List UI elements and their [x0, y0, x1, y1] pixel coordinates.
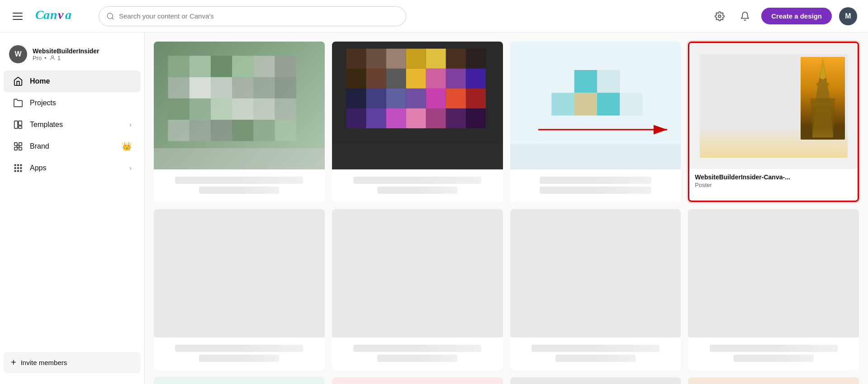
card-label-3 — [510, 169, 681, 202]
design-card-2[interactable] — [332, 42, 503, 202]
templates-chevron-icon: › — [129, 121, 132, 128]
menu-button[interactable] — [11, 11, 24, 22]
pixel-art-peach — [688, 377, 859, 384]
pixel-art-dark — [332, 42, 503, 169]
svg-rect-54 — [406, 49, 426, 69]
sidebar-item-projects[interactable]: Projects — [4, 92, 141, 114]
card-thumbnail-8 — [688, 209, 859, 337]
svg-rect-79 — [332, 144, 503, 170]
design-card-10[interactable] — [332, 377, 503, 384]
svg-rect-73 — [366, 108, 386, 128]
projects-icon — [13, 98, 24, 108]
card-thumbnail-10 — [332, 377, 503, 384]
card-title-4: WebsiteBuilderInsider-Canva-... — [695, 173, 852, 181]
brand-icon — [13, 141, 24, 152]
svg-rect-85 — [620, 93, 642, 115]
search-icon — [106, 12, 114, 20]
svg-rect-67 — [386, 89, 406, 108]
svg-text:C: C — [35, 8, 44, 22]
card-thumbnail-4 — [689, 43, 858, 169]
svg-rect-30 — [253, 56, 275, 77]
content-area: WebsiteBuilderInsider-Canva-... Poster — [145, 33, 868, 384]
avatar[interactable]: M — [839, 7, 857, 25]
svg-rect-77 — [446, 108, 466, 128]
skeleton-title-6 — [353, 345, 481, 352]
svg-rect-58 — [346, 69, 366, 89]
svg-rect-62 — [426, 69, 446, 89]
card-thumbnail-1 — [154, 42, 325, 169]
design-card-1[interactable] — [154, 42, 325, 202]
invite-label: Invite members — [21, 359, 67, 366]
sidebar-item-brand[interactable]: Brand 👑 — [4, 136, 141, 157]
canva-logo[interactable]: C a n v a — [35, 6, 81, 26]
plus-icon: + — [11, 357, 16, 368]
card-thumbnail-6 — [332, 209, 503, 337]
svg-rect-74 — [386, 108, 406, 128]
sidebar-item-apps[interactable]: Apps › — [4, 157, 141, 179]
sidebar-item-label-apps: Apps — [30, 164, 46, 172]
design-card-3[interactable] — [510, 42, 681, 202]
svg-rect-29 — [232, 56, 253, 77]
sidebar-item-home[interactable]: Home — [4, 70, 141, 92]
pixel-art-pink — [332, 377, 503, 384]
card-thumbnail-12 — [688, 377, 859, 384]
card-thumbnail-7 — [510, 209, 681, 337]
skeleton-title-5 — [175, 345, 303, 352]
templates-icon — [13, 119, 24, 130]
skeleton-title-1 — [175, 177, 303, 184]
apps-chevron-icon: › — [129, 164, 132, 172]
svg-point-19 — [20, 164, 22, 166]
apps-icon — [13, 163, 24, 173]
skeleton-title-7 — [531, 345, 659, 352]
design-card-6[interactable] — [332, 209, 503, 370]
settings-button[interactable] — [711, 7, 729, 25]
design-card-8[interactable] — [688, 209, 859, 370]
svg-marker-88 — [820, 59, 826, 80]
svg-rect-63 — [446, 69, 466, 89]
svg-rect-59 — [366, 69, 386, 89]
svg-rect-83 — [597, 93, 620, 115]
skeleton-title-8 — [710, 345, 838, 352]
card-thumbnail-2 — [332, 42, 503, 169]
svg-rect-61 — [406, 69, 426, 89]
svg-rect-55 — [426, 49, 446, 69]
design-card-12[interactable] — [688, 377, 859, 384]
svg-rect-72 — [346, 108, 366, 128]
person-icon — [49, 55, 56, 61]
svg-rect-60 — [386, 69, 406, 89]
svg-rect-52 — [366, 49, 386, 69]
notifications-button[interactable] — [736, 7, 754, 25]
home-icon — [13, 76, 24, 87]
design-card-9[interactable] — [154, 377, 325, 384]
search-bar — [99, 6, 406, 26]
card-label-5 — [154, 337, 325, 370]
create-design-button[interactable]: Create a design — [761, 8, 832, 24]
svg-rect-31 — [275, 56, 296, 77]
card-label-7 — [510, 337, 681, 370]
card-thumbnail-5 — [154, 209, 325, 337]
design-card-7[interactable] — [510, 209, 681, 370]
svg-rect-27 — [190, 56, 211, 77]
design-card-5[interactable] — [154, 209, 325, 370]
svg-point-25 — [20, 170, 22, 172]
svg-rect-13 — [14, 143, 17, 145]
sidebar-item-label-brand: Brand — [30, 142, 49, 150]
svg-rect-11 — [19, 126, 22, 129]
card-label-4: WebsiteBuilderInsider-Canva-... Poster — [689, 169, 858, 194]
card-label-6 — [332, 337, 503, 370]
crown-badge-icon: 👑 — [122, 141, 132, 151]
svg-point-8 — [51, 56, 53, 58]
invite-members-button[interactable]: + Invite members — [4, 352, 141, 373]
sidebar-item-templates[interactable]: Templates › — [4, 114, 141, 136]
design-card-4[interactable]: WebsiteBuilderInsider-Canva-... Poster — [688, 42, 859, 202]
svg-rect-89 — [816, 83, 829, 86]
design-card-11[interactable] — [510, 377, 681, 384]
search-input[interactable] — [119, 12, 398, 20]
card-label-8 — [688, 337, 859, 370]
svg-rect-32 — [168, 77, 189, 98]
skeleton-sub-5 — [199, 355, 279, 362]
svg-text:n: n — [50, 8, 57, 22]
header-right: Create a design M — [711, 7, 857, 25]
svg-text:a: a — [65, 8, 71, 22]
svg-point-24 — [18, 170, 19, 172]
